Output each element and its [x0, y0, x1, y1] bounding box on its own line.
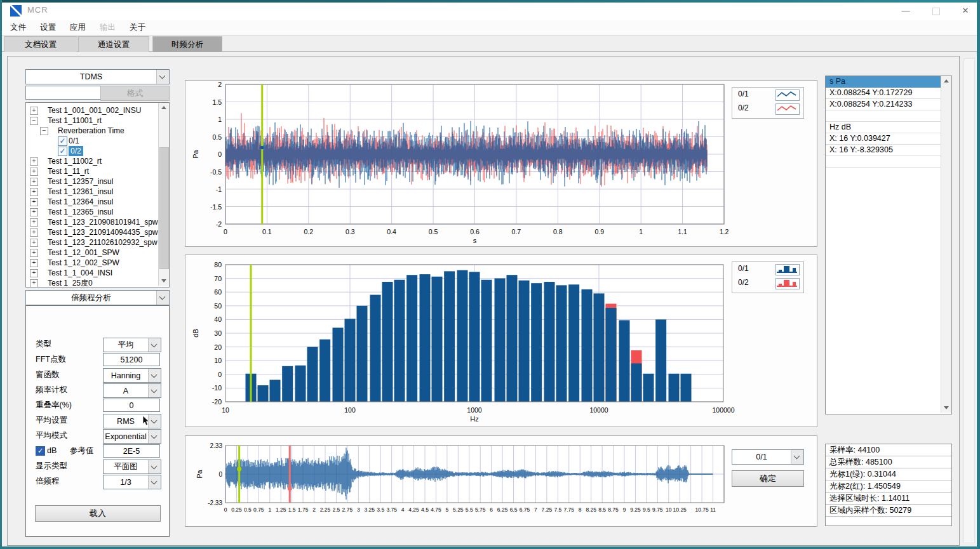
analysis-type-combo[interactable]: 倍频程分析	[25, 290, 170, 305]
expand-icon[interactable]: +	[30, 269, 38, 277]
scroll-up-icon[interactable]	[159, 103, 169, 113]
octave-bar[interactable]	[518, 281, 529, 402]
file-format-combo[interactable]: TDMS	[25, 69, 170, 84]
setting-window-function-combo[interactable]: Hanning	[103, 368, 161, 383]
expand-icon[interactable]: +	[30, 228, 38, 237]
chevron-down-icon[interactable]	[156, 70, 169, 84]
tree-scrollbar[interactable]	[158, 103, 169, 286]
db-reference-input[interactable]: 2E-5	[103, 444, 160, 458]
readout-row[interactable]: X:0.088254 Y:0.214233	[826, 99, 941, 110]
octave-bar[interactable]	[420, 274, 431, 402]
octave-bar[interactable]	[594, 293, 605, 402]
collapse-icon[interactable]: −	[30, 117, 38, 125]
legend-entry[interactable]: 0/2	[732, 276, 803, 290]
collapse-icon[interactable]: −	[40, 127, 48, 135]
setting-type-combo[interactable]: 平均	[103, 338, 161, 352]
octave-bar[interactable]	[605, 308, 616, 402]
readout-row[interactable]	[826, 110, 941, 122]
octave-bar[interactable]	[295, 366, 306, 402]
octave-bar[interactable]	[495, 279, 506, 402]
octave-bar[interactable]	[394, 280, 405, 402]
expand-icon[interactable]: +	[30, 249, 38, 257]
tree-item[interactable]: +Test 1_12365_insul	[26, 207, 156, 217]
octave-bar[interactable]	[444, 271, 455, 402]
setting-freq-weighting-combo[interactable]: A	[103, 383, 161, 398]
octave-bar[interactable]	[258, 385, 269, 402]
expand-icon[interactable]: +	[30, 279, 38, 288]
format-button[interactable]: 格式	[100, 86, 170, 101]
readout-row[interactable]	[826, 156, 941, 168]
scroll-down-icon[interactable]	[941, 402, 951, 413]
chevron-down-icon[interactable]	[148, 460, 161, 473]
menu-item-settings[interactable]: 设置	[40, 20, 56, 34]
legend-entry[interactable]: 0/1	[732, 88, 803, 102]
expand-icon[interactable]: +	[30, 198, 38, 206]
tree-item[interactable]: +Test 1_12357_insul	[26, 176, 156, 187]
octave-bar[interactable]	[333, 327, 344, 402]
filter-input[interactable]	[25, 86, 101, 100]
channel-checkbox[interactable]: ✓	[58, 147, 67, 156]
tree-item[interactable]: +Test 1_11_rt	[26, 166, 156, 176]
octave-bar[interactable]	[481, 280, 492, 402]
close-button[interactable]: ✕	[953, 3, 977, 19]
tree-item[interactable]: −Test 1_11001_rt	[26, 116, 156, 126]
cursor-readout-list[interactable]: s PaX:0.088254 Y:0.172729X:0.088254 Y:0.…	[825, 76, 952, 414]
expand-icon[interactable]: +	[30, 178, 38, 186]
tree-item[interactable]: ✓0/1	[26, 136, 156, 146]
readout-scrollbar[interactable]	[941, 76, 951, 413]
tree-item[interactable]: +Test 1_123_210908101941_spw	[26, 217, 156, 227]
channel-checkbox[interactable]: ✓	[58, 136, 67, 146]
tab-time-frequency[interactable]: 时频分析	[152, 36, 222, 52]
chevron-down-icon[interactable]	[148, 475, 161, 489]
scrollbar-thumb[interactable]	[159, 147, 169, 269]
minimize-button[interactable]: —	[894, 3, 918, 19]
octave-bar[interactable]	[282, 366, 293, 402]
tree-item[interactable]: +Test 1_123_211026102932_spw	[26, 237, 156, 248]
db-checkbox[interactable]: ✓	[36, 446, 45, 456]
octave-bar[interactable]	[631, 364, 642, 402]
expand-icon[interactable]: +	[30, 168, 38, 176]
octave-bar[interactable]	[556, 285, 567, 402]
legend-entry[interactable]: 0/2	[732, 102, 803, 116]
octave-bar[interactable]	[356, 306, 367, 402]
tree-item[interactable]: ✓0/2	[26, 146, 156, 156]
octave-bar[interactable]	[382, 282, 393, 402]
load-button[interactable]: 载入	[35, 505, 161, 522]
tree-item[interactable]: +Test 1_12_001_SPW	[26, 248, 156, 258]
octave-bar[interactable]	[669, 374, 680, 402]
octave-bar[interactable]	[319, 340, 330, 402]
readout-row[interactable]: X: 16 Y:-8.329305	[826, 145, 941, 156]
expand-icon[interactable]: +	[30, 259, 38, 267]
octave-bar[interactable]	[406, 275, 417, 402]
menu-item-output[interactable]: 输出	[100, 20, 116, 34]
file-tree[interactable]: +Test 1_001_001_002_INSU−Test 1_11001_rt…	[25, 102, 170, 288]
expand-icon[interactable]: +	[30, 188, 38, 196]
tab-channel-settings[interactable]: 通道设置	[78, 36, 149, 52]
maximize-button[interactable]	[924, 3, 948, 19]
overview-channel-combo[interactable]: 0/1	[732, 449, 804, 465]
scroll-down-icon[interactable]	[159, 275, 169, 286]
time-waveform-chart[interactable]: 00.10.20.30.40.50.60.70.80.911.11.221.51…	[185, 81, 817, 246]
octave-bar[interactable]	[680, 374, 691, 402]
readout-row[interactable]: X:0.088254 Y:0.172729	[826, 88, 941, 99]
octave-bar[interactable]	[307, 347, 318, 402]
expand-icon[interactable]: +	[30, 157, 38, 166]
tree-item[interactable]: −Reverberation Time	[26, 126, 156, 136]
chevron-down-icon[interactable]	[791, 450, 803, 464]
octave-bar[interactable]	[544, 282, 555, 402]
octave-bar[interactable]	[370, 295, 381, 402]
octave-bar[interactable]	[655, 319, 666, 402]
tree-item[interactable]: +Test 1_25度0	[26, 278, 156, 288]
readout-row[interactable]: Hz dB	[826, 122, 941, 133]
expand-icon[interactable]: +	[30, 208, 38, 216]
setting-avg-setting-combo[interactable]: RMS	[103, 414, 161, 428]
octave-bar[interactable]	[531, 283, 542, 402]
chevron-down-icon[interactable]	[148, 430, 161, 443]
octave-bar[interactable]	[469, 272, 480, 402]
octave-bar[interactable]	[507, 275, 518, 402]
octave-spectrum-chart[interactable]: 1010010001000010000080706050403020100-10…	[185, 255, 817, 427]
setting-octave-combo[interactable]: 1/3	[103, 475, 161, 489]
menu-item-about[interactable]: 关于	[130, 20, 145, 34]
readout-row[interactable]: X: 16 Y:0.039427	[826, 133, 941, 145]
octave-bar[interactable]	[619, 320, 630, 402]
